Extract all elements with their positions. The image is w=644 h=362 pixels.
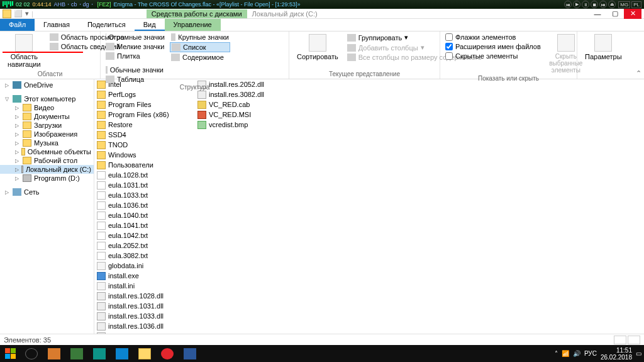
navigation-tree[interactable]: ▷OneDrive ▽Этот компьютер ▷Видео ▷Докуме… (0, 79, 94, 334)
file-item[interactable]: Restore (96, 120, 194, 130)
file-item[interactable]: eula.1042.txt (96, 230, 194, 240)
tray-network-icon[interactable]: 📶 (562, 350, 569, 357)
tray-chevron-icon[interactable]: ˄ (555, 350, 558, 357)
file-item[interactable]: install.res.1033.dll (96, 311, 194, 321)
tray-language[interactable]: РУС (584, 350, 597, 357)
file-item[interactable]: eula.1041.txt (96, 220, 194, 230)
play-icon[interactable]: ▶ (573, 1, 580, 8)
taskbar-app[interactable] (111, 345, 133, 362)
tab-manage[interactable]: Управление (165, 19, 221, 31)
file-extensions-toggle[interactable]: Расширения имен файлов (444, 42, 542, 51)
view-large-icons[interactable]: Крупные значки (170, 33, 230, 42)
minimize-button[interactable]: — (589, 9, 606, 19)
file-item[interactable]: eula.2052.txt (96, 240, 194, 251)
media-player-bar[interactable]: 02 02 0:44:14 AHB・cb・dg・ [FEZ] Enigma - … (0, 0, 644, 9)
clock[interactable]: 11:51 26.02.2018 (601, 347, 632, 361)
nav-pane-icon (15, 34, 33, 52)
file-name: VC_RED.cab (209, 101, 250, 108)
file-item[interactable]: PerfLogs (96, 89, 194, 99)
file-list[interactable]: IntelPerfLogsProgram FilesProgram Files … (94, 79, 644, 334)
file-item[interactable]: install.res.1036.dll (96, 321, 194, 331)
tray-notifications-icon[interactable]: ▭ (636, 350, 641, 357)
view-list[interactable]: Список (170, 42, 230, 52)
file-item[interactable]: eula.3082.txt (96, 251, 194, 261)
file-item[interactable]: vcredist.bmp (196, 120, 288, 130)
qat-item[interactable]: ▾ (25, 9, 29, 18)
tree-node-pictures[interactable]: ▷Изображения (0, 130, 94, 139)
file-item[interactable]: Windows (96, 150, 194, 160)
view-thumbnails-button[interactable] (628, 336, 640, 344)
file-item[interactable]: globdata.ini (96, 261, 194, 271)
tree-node-drive-d[interactable]: ▷Programm (D:) (0, 174, 94, 183)
taskbar-opera[interactable] (156, 345, 179, 362)
tree-node-music[interactable]: ▷Музыка (0, 139, 94, 147)
taskbar-search[interactable] (20, 345, 43, 362)
pause-icon[interactable]: ⏸ (582, 1, 589, 8)
view-huge-icons[interactable]: Огромные значки (104, 33, 166, 42)
view-tiles[interactable]: Плитка (104, 52, 166, 60)
file-item[interactable]: eula.1040.txt (96, 210, 194, 220)
player-controls[interactable]: ⏮ ▶ ⏸ ⏹ ⏭ ⏏ (564, 1, 616, 8)
tree-node-network[interactable]: ▷Сеть (0, 188, 94, 196)
tree-node-3dobjects[interactable]: ▷Объемные объекты (0, 147, 94, 156)
tree-node-onedrive[interactable]: ▷OneDrive (0, 81, 94, 89)
next-icon[interactable]: ⏭ (599, 1, 607, 8)
prev-icon[interactable]: ⏮ (564, 1, 572, 8)
taskbar-app[interactable] (88, 345, 111, 362)
file-item[interactable]: eula.1036.txt (96, 200, 194, 210)
search-icon (25, 348, 38, 359)
start-button[interactable] (0, 345, 20, 362)
tree-node-desktop[interactable]: ▷Рабочий стол (0, 156, 94, 165)
taskbar-explorer[interactable] (133, 345, 156, 362)
nav-pane-button[interactable]: Область навигации (4, 33, 45, 69)
tree-node-drive-c[interactable]: ▷Локальный диск (C:) (0, 165, 94, 174)
tree-node-videos[interactable]: ▷Видео (0, 103, 94, 112)
player-panels[interactable]: MG PL (618, 1, 641, 8)
stop-icon[interactable]: ⏹ (591, 1, 598, 8)
hidden-items-toggle[interactable]: Скрытые элементы (444, 52, 542, 60)
view-details-button[interactable] (614, 336, 626, 344)
taskbar-app[interactable] (65, 345, 88, 362)
file-item[interactable]: Program Files (96, 99, 194, 110)
file-item[interactable]: SSD4 (96, 130, 194, 140)
folder-icon (21, 148, 25, 156)
taskbar-word[interactable] (179, 345, 201, 362)
tab-home[interactable]: Главная (35, 19, 79, 31)
tree-node-thispc[interactable]: ▽Этот компьютер (0, 94, 94, 103)
file-item[interactable]: install.res.1031.dll (96, 301, 194, 311)
view-content[interactable]: Содержимое (170, 53, 230, 62)
file-item[interactable]: install.ini (96, 281, 194, 291)
file-item[interactable]: install.exe (96, 271, 194, 281)
item-checkboxes-toggle[interactable]: Флажки элементов (444, 33, 542, 42)
file-name: Windows (108, 151, 136, 159)
options-button[interactable]: Параметры (581, 33, 626, 62)
tree-node-downloads[interactable]: ▷Загрузки (0, 121, 94, 130)
file-item[interactable]: VC_RED.MSI (196, 110, 288, 120)
tab-share[interactable]: Поделиться (79, 19, 135, 31)
file-item[interactable]: eula.1033.txt (96, 190, 194, 200)
view-medium-icons[interactable]: Обычные значки (104, 65, 165, 74)
maximize-button[interactable]: ▢ (606, 9, 624, 19)
sort-button[interactable]: Сортировать (293, 33, 342, 62)
collapse-ribbon-icon[interactable]: ⌃ (636, 69, 641, 77)
file-item[interactable]: eula.1031.txt (96, 180, 194, 190)
taskbar-app[interactable] (43, 345, 65, 362)
taskbar[interactable]: ˄ 📶 🔊 РУС 11:51 26.02.2018 ▭ (0, 345, 644, 362)
view-table[interactable]: Таблица (104, 75, 165, 84)
file-item[interactable]: TNOD (96, 140, 194, 150)
file-item[interactable]: eula.1028.txt (96, 170, 194, 180)
file-item[interactable]: Program Files (x86) (96, 110, 194, 120)
qat-item[interactable]: ⬜ (14, 9, 23, 18)
eject-icon[interactable]: ⏏ (608, 1, 616, 8)
tray-volume-icon[interactable]: 🔊 (573, 350, 580, 357)
view-small-icons[interactable]: Мелкие значки (104, 42, 166, 51)
tree-node-documents[interactable]: ▷Документы (0, 112, 94, 121)
file-item[interactable]: install.res.1028.dll (96, 291, 194, 301)
close-button[interactable]: ✕ (624, 9, 641, 19)
file-item[interactable]: install.res.3082.dll (196, 89, 288, 99)
file-item[interactable]: VC_RED.cab (196, 99, 288, 110)
tab-file[interactable]: Файл (0, 19, 35, 31)
file-item[interactable]: Пользователи (96, 160, 194, 170)
system-tray[interactable]: ˄ 📶 🔊 РУС 11:51 26.02.2018 ▭ (555, 347, 644, 361)
tab-view[interactable]: Вид (135, 19, 165, 31)
